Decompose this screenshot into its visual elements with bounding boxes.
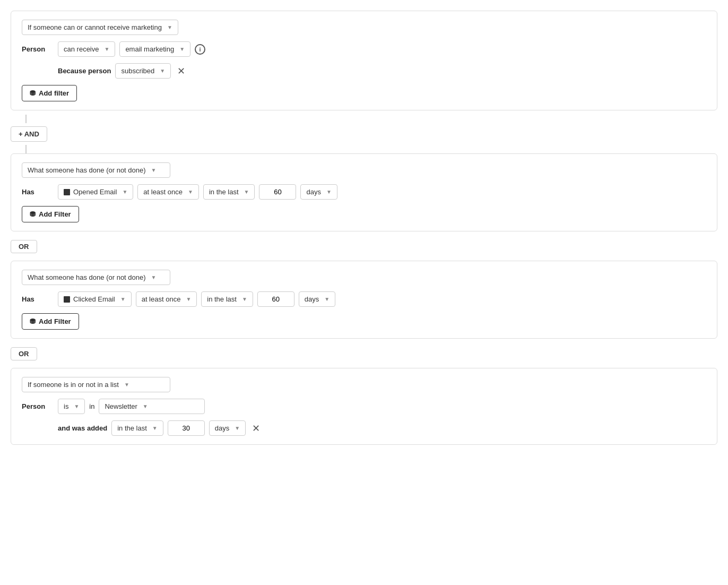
- marketing-block: If someone can or cannot receive marketi…: [11, 11, 717, 110]
- has-label-2: Has: [22, 188, 54, 196]
- opened-email-block: What someone has done (or not done) ▼ Ha…: [11, 153, 717, 231]
- filter-icon-2: ⛃: [30, 210, 36, 218]
- person-label-4: Person: [22, 402, 54, 410]
- days-label-4: days: [215, 424, 229, 432]
- chevron-down-icon: ▼: [74, 403, 79, 409]
- clicked-email-type-dropdown[interactable]: What someone has done (or not done) ▼: [22, 270, 170, 285]
- chevron-down-icon: ▼: [324, 296, 330, 302]
- at-least-once-dropdown-2[interactable]: at least once ▼: [137, 184, 199, 200]
- opened-email-label: Opened Email: [73, 188, 117, 196]
- chevron-down-icon: ▼: [244, 189, 249, 195]
- chevron-down-icon: ▼: [143, 403, 148, 409]
- connector-line-2: [25, 145, 27, 153]
- add-filter-button-1[interactable]: ⛃ Add filter: [22, 85, 77, 101]
- chevron-down-icon: ▼: [151, 274, 157, 280]
- in-label-4: in: [89, 402, 94, 410]
- list-type-dropdown[interactable]: If someone is in or not in a list ▼: [22, 377, 170, 392]
- has-label-3: Has: [22, 295, 54, 303]
- chevron-down-icon: ▼: [326, 189, 332, 195]
- chevron-down-icon: ▼: [151, 167, 157, 173]
- and-button[interactable]: + AND: [11, 126, 47, 142]
- because-label: Because person: [58, 67, 111, 75]
- chevron-down-icon: ▼: [104, 46, 109, 52]
- or-label-2: OR: [19, 350, 29, 358]
- filter-icon: ⛃: [30, 89, 36, 97]
- add-filter-label-3: Add Filter: [39, 317, 71, 325]
- filter-icon-3: ⛃: [30, 317, 36, 325]
- is-dropdown-4[interactable]: is ▼: [58, 399, 85, 414]
- chevron-down-icon: ▼: [235, 425, 240, 431]
- or-button-1[interactable]: OR: [11, 240, 37, 253]
- clicked-email-label: Clicked Email: [73, 295, 115, 303]
- days-input-3[interactable]: [257, 291, 294, 307]
- subscribed-label: subscribed: [121, 67, 154, 75]
- chevron-down-icon: ▼: [120, 296, 126, 302]
- days-label-2: days: [306, 188, 320, 196]
- close-icon-4[interactable]: ✕: [252, 423, 260, 434]
- can-receive-label: can receive: [64, 45, 99, 53]
- add-filter-button-3[interactable]: ⛃ Add Filter: [22, 313, 79, 330]
- chevron-down-icon: ▼: [160, 68, 165, 74]
- add-filter-label-1: Add filter: [39, 89, 69, 97]
- newsletter-label: Newsletter: [105, 402, 137, 410]
- or-button-2[interactable]: OR: [11, 347, 37, 360]
- at-least-once-label-2: at least once: [143, 188, 183, 196]
- list-block: If someone is in or not in a list ▼ Pers…: [11, 368, 717, 445]
- email-event-icon-3: [64, 296, 70, 303]
- add-filter-label-2: Add Filter: [39, 210, 71, 218]
- in-the-last-dropdown-2[interactable]: in the last ▼: [203, 184, 255, 200]
- can-receive-dropdown[interactable]: can receive ▼: [58, 41, 115, 57]
- marketing-type-dropdown[interactable]: If someone can or cannot receive marketi…: [22, 20, 178, 35]
- chevron-down-icon: ▼: [167, 24, 172, 30]
- is-label-4: is: [64, 402, 68, 410]
- add-filter-button-2[interactable]: ⛃ Add Filter: [22, 206, 79, 222]
- subscribed-dropdown[interactable]: subscribed ▼: [115, 63, 171, 79]
- opened-email-type-dropdown[interactable]: What someone has done (or not done) ▼: [22, 162, 170, 178]
- or-label-1: OR: [19, 243, 29, 251]
- opened-email-dropdown[interactable]: Opened Email ▼: [58, 184, 133, 200]
- chevron-down-icon: ▼: [179, 46, 185, 52]
- and-button-label: + AND: [19, 130, 39, 138]
- chevron-down-icon: ▼: [242, 296, 247, 302]
- in-the-last-dropdown-3[interactable]: in the last ▼: [201, 291, 253, 307]
- days-dropdown-2[interactable]: days ▼: [300, 184, 337, 200]
- in-the-last-label-3: in the last: [207, 295, 237, 303]
- days-dropdown-3[interactable]: days ▼: [299, 291, 335, 307]
- clicked-email-block: What someone has done (or not done) ▼ Ha…: [11, 261, 717, 339]
- clicked-email-type-label: What someone has done (or not done): [28, 273, 146, 281]
- at-least-once-dropdown-3[interactable]: at least once ▼: [136, 291, 197, 307]
- list-type-label: If someone is in or not in a list: [28, 381, 119, 389]
- opened-email-type-label: What someone has done (or not done): [28, 166, 146, 174]
- info-icon[interactable]: i: [195, 44, 205, 55]
- days-dropdown-4[interactable]: days ▼: [209, 420, 246, 436]
- in-the-last-label-4: in the last: [117, 424, 147, 432]
- and-was-added-label: and was added: [58, 424, 107, 432]
- chevron-down-icon: ▼: [122, 189, 127, 195]
- email-marketing-dropdown[interactable]: email marketing ▼: [119, 41, 190, 57]
- chevron-down-icon: ▼: [124, 382, 129, 388]
- email-marketing-label: email marketing: [125, 45, 174, 53]
- days-input-2[interactable]: [259, 184, 296, 200]
- days-input-4[interactable]: [168, 420, 205, 436]
- chevron-down-icon: ▼: [186, 296, 191, 302]
- person-label: Person: [22, 45, 54, 53]
- at-least-once-label-3: at least once: [142, 295, 181, 303]
- in-the-last-label-2: in the last: [209, 188, 239, 196]
- or-divider-1: OR: [11, 236, 717, 257]
- in-the-last-dropdown-4[interactable]: in the last ▼: [111, 420, 163, 436]
- close-icon[interactable]: ✕: [177, 65, 185, 77]
- chevron-down-icon: ▼: [152, 425, 158, 431]
- connector-line-1: [25, 115, 27, 123]
- clicked-email-dropdown[interactable]: Clicked Email ▼: [58, 291, 132, 307]
- days-label-3: days: [305, 295, 319, 303]
- marketing-type-label: If someone can or cannot receive marketi…: [28, 23, 162, 31]
- email-event-icon-2: [64, 189, 70, 195]
- chevron-down-icon: ▼: [188, 189, 193, 195]
- or-divider-2: OR: [11, 343, 717, 365]
- newsletter-dropdown[interactable]: Newsletter ▼: [99, 399, 205, 414]
